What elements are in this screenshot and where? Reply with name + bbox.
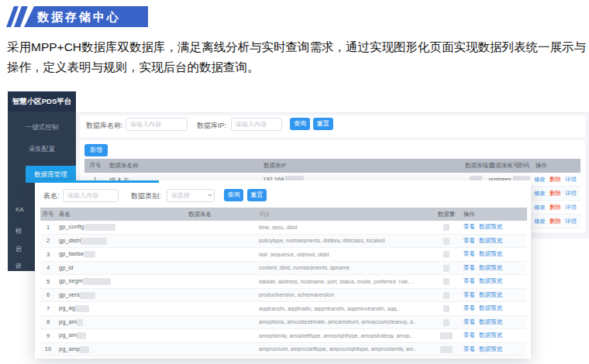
delete-link[interactable]: 删除	[549, 176, 561, 183]
redacted-text	[77, 319, 83, 326]
redacted-value	[443, 265, 450, 272]
add-button[interactable]: 新增	[84, 144, 108, 156]
table-row: 4 gp_id content, dbid, numsegments, gpna…	[40, 262, 527, 276]
db-ip-label: 数据库IP:	[197, 121, 226, 131]
table-row: 7 pg_ag aggtransfn, aggfinalfn, aggmtran…	[40, 302, 527, 316]
db-ip-input[interactable]: 请输入内容	[231, 118, 282, 131]
redacted-value	[443, 238, 450, 245]
delete-link[interactable]: 删除	[549, 204, 561, 211]
sidebar-item-partial[interactable]: 启	[16, 245, 22, 253]
page-title: 数据存储中心	[24, 6, 148, 27]
view-link[interactable]: 查看	[463, 291, 475, 298]
table-list: 序号 表名 数据库名 字段 数据量 操作 1 gp_config time, d…	[40, 208, 527, 356]
edit-link[interactable]: 修改	[534, 204, 546, 211]
redacted-text	[80, 292, 95, 299]
data-preview-link[interactable]: 数据预览	[479, 250, 502, 257]
intro-paragraph: 采用MPP+CH数据库双数据库，满足离线分析与实时查询需求，通过实现图形化页面实…	[7, 37, 587, 77]
view-link[interactable]: 查看	[463, 264, 475, 271]
table-row: 5 gp_segm datadir, address, hostname, po…	[40, 275, 527, 289]
db-name-input[interactable]: 请输入内容	[126, 118, 188, 131]
table-row: 10 pg_amp amprocnum, amproclefttype, amp…	[40, 343, 527, 357]
redacted-value	[440, 346, 453, 353]
detail-link[interactable]: 详情	[565, 176, 577, 183]
edit-link[interactable]: 修改	[534, 190, 546, 197]
data-preview-link[interactable]: 数据预览	[479, 277, 502, 284]
view-link[interactable]: 查看	[463, 237, 475, 244]
redacted-value	[443, 251, 450, 258]
view-link[interactable]: 查看	[463, 318, 475, 325]
data-preview-link[interactable]: 数据预览	[479, 291, 502, 298]
redacted-value	[443, 319, 450, 326]
redacted-text	[75, 305, 89, 312]
redacted-text	[84, 224, 115, 231]
data-category-label: 数据类别:	[131, 191, 161, 201]
redacted-text	[77, 332, 86, 339]
redacted-text	[83, 278, 111, 285]
sidebar-item-collect-config[interactable]: 采集配置	[8, 138, 76, 160]
view-link[interactable]: 查看	[463, 304, 475, 311]
sidebar-item-partial[interactable]: 模	[16, 227, 22, 235]
edit-link[interactable]: 修改	[534, 176, 546, 183]
detail-link[interactable]: 详情	[565, 190, 577, 197]
table-name-input[interactable]: 请输入内容	[63, 189, 119, 202]
redacted-text	[84, 251, 95, 258]
dialog-accent-bar	[35, 180, 159, 183]
chevron-down-icon	[208, 194, 212, 197]
redacted-text	[81, 238, 107, 245]
detail-link[interactable]: 详情	[565, 218, 577, 225]
sidebar-item-partial[interactable]: 设	[16, 262, 22, 270]
delete-link[interactable]: 删除	[549, 190, 561, 197]
table-row: 1 gp_config time, desc, dbid 查看数据预览	[40, 221, 527, 235]
sidebar-item-one-key-control[interactable]: 一键式控制	[8, 116, 76, 138]
redacted-value	[443, 278, 450, 285]
redacted-value	[440, 332, 453, 339]
redacted-text	[80, 346, 89, 353]
data-preview-link[interactable]: 数据预览	[479, 331, 502, 338]
dialog-reset-button[interactable]: 重置	[247, 189, 267, 201]
section-banner: 数据存储中心	[24, 6, 148, 27]
redacted-value	[443, 224, 450, 231]
detail-link[interactable]: 详情	[565, 204, 577, 211]
data-preview-link[interactable]: 数据预览	[479, 237, 502, 244]
table-name-label: 表名:	[43, 191, 60, 201]
app-topbar	[76, 91, 589, 113]
page: 数据存储中心 采用MPP+CH数据库双数据库，满足离线分析与实时查询需求，通过实…	[0, 0, 589, 364]
view-link[interactable]: 查看	[463, 277, 475, 284]
data-preview-link[interactable]: 数据预览	[479, 345, 502, 352]
table-list-dialog: 表名: 请输入内容 数据类别: 请选择 查询 重置 序号 表名 数据库名 字段 …	[35, 180, 531, 359]
view-link[interactable]: 查看	[463, 345, 475, 352]
data-preview-link[interactable]: 数据预览	[479, 304, 502, 311]
redacted-value	[443, 292, 450, 299]
redacted-value	[443, 305, 450, 312]
table-row: 3 gp_fastse last_sequence, objmod, objid…	[40, 248, 527, 262]
db-name-label: 数据库名称:	[86, 121, 123, 131]
sidebar-item-partial[interactable]: KA	[16, 206, 24, 213]
table-row: 2 gp_distri policytype, numsegments, dis…	[40, 235, 527, 249]
delete-link[interactable]: 删除	[549, 218, 561, 225]
table-header-row: 序号 表名 数据库名 字段 数据量 操作	[40, 208, 527, 221]
dialog-search-button[interactable]: 查询	[224, 189, 243, 201]
view-link[interactable]: 查看	[463, 223, 475, 230]
data-preview-link[interactable]: 数据预览	[479, 223, 502, 230]
edit-link[interactable]: 修改	[534, 218, 546, 225]
table-row: 8 pg_am amoptions, amcostestimate, amcan…	[40, 316, 527, 330]
view-link[interactable]: 查看	[463, 250, 475, 257]
sidebar-app-title: 智慧小区PDS平台	[8, 91, 76, 112]
view-link[interactable]: 查看	[463, 331, 475, 338]
search-button[interactable]: 查询	[290, 118, 310, 130]
data-preview-link[interactable]: 数据预览	[479, 318, 502, 325]
table-header-row: 序号 数据库名称 数据库IP 数据库端口 数据库账号 密码 操作	[84, 159, 580, 173]
reset-button[interactable]: 重置	[313, 118, 333, 130]
table-row: 6 gp_vers productversion, schemaversion …	[40, 289, 527, 303]
data-preview-link[interactable]: 数据预览	[479, 264, 502, 271]
table-row: 9 pg_am amopfamily, amoplefttype, amopri…	[40, 329, 527, 343]
